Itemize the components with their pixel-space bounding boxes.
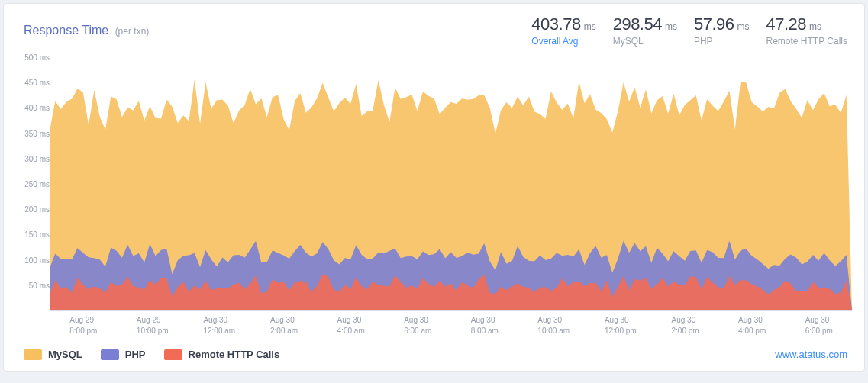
metric-value: 403.78 (531, 14, 580, 34)
y-tick: 150 ms (24, 230, 50, 239)
metric: 403.78msOverall Avg (531, 14, 595, 47)
stacked-area-svg (50, 57, 852, 310)
panel-header: Response Time (per txn) 403.78msOverall … (4, 4, 864, 51)
legend: MySQLPHPRemote HTTP Calls (24, 349, 279, 360)
x-tick: Aug 302:00 pm (672, 315, 699, 336)
metric-unit: ms (737, 21, 750, 32)
y-tick: 250 ms (24, 180, 50, 188)
metric-unit: ms (665, 21, 677, 32)
y-tick: 400 ms (24, 104, 50, 112)
metric-label: Overall Avg (531, 36, 595, 47)
chart-area: 500 ms450 ms400 ms350 ms300 ms250 ms200 … (4, 51, 864, 341)
x-tick: Aug 306:00 pm (805, 315, 833, 336)
x-tick: Aug 298:00 pm (69, 315, 97, 336)
y-tick: 50 ms (29, 281, 50, 289)
metric-value: 47.28 (766, 14, 807, 34)
metric: 298.54msMySQL (613, 14, 677, 47)
x-tick: Aug 2910:00 pm (137, 315, 169, 336)
metric-unit: ms (809, 21, 821, 32)
brand-link[interactable]: www.atatus.com (775, 349, 847, 360)
metric-value: 298.54 (613, 14, 662, 34)
panel-title: Response Time (24, 24, 108, 37)
x-axis: Aug 298:00 pmAug 2910:00 pmAug 3012:00 a… (50, 312, 852, 341)
panel-title-group: Response Time (per txn) (24, 24, 149, 37)
legend-swatch (24, 349, 42, 360)
panel-subtitle: (per txn) (115, 26, 150, 37)
x-tick: Aug 3012:00 pm (605, 315, 637, 336)
legend-swatch (101, 349, 119, 360)
metric-value: 57.96 (694, 14, 734, 34)
y-tick: 350 ms (24, 129, 50, 137)
x-tick: Aug 304:00 pm (738, 315, 766, 336)
legend-label: PHP (125, 349, 146, 360)
legend-label: MySQL (48, 349, 82, 360)
metric-label: MySQL (613, 36, 677, 47)
x-tick: Aug 306:00 am (404, 315, 431, 336)
legend-swatch (164, 349, 182, 360)
x-tick: Aug 304:00 am (337, 315, 365, 336)
legend-label: Remote HTTP Calls (189, 349, 280, 360)
metric: 57.96msPHP (694, 14, 750, 47)
x-tick: Aug 308:00 am (471, 315, 499, 336)
y-axis: 500 ms450 ms400 ms350 ms300 ms250 ms200 … (16, 57, 50, 311)
y-tick: 200 ms (24, 205, 50, 214)
legend-item[interactable]: MySQL (24, 349, 82, 360)
response-time-panel: Response Time (per txn) 403.78msOverall … (3, 3, 865, 372)
plot-region (50, 57, 852, 311)
legend-item[interactable]: PHP (101, 349, 146, 360)
x-tick: Aug 302:00 am (270, 315, 298, 336)
y-tick: 500 ms (24, 53, 50, 62)
legend-item[interactable]: Remote HTTP Calls (164, 349, 280, 360)
metrics-row: 403.78msOverall Avg298.54msMySQL57.96msP… (531, 14, 847, 47)
y-tick: 100 ms (24, 256, 50, 264)
metric: 47.28msRemote HTTP Calls (766, 14, 847, 47)
metric-label: PHP (694, 36, 750, 47)
panel-footer: MySQLPHPRemote HTTP Calls www.atatus.com (4, 341, 864, 371)
x-tick: Aug 3010:00 am (537, 315, 570, 336)
x-tick: Aug 3012:00 am (203, 315, 235, 336)
y-tick: 300 ms (24, 154, 50, 163)
metric-unit: ms (584, 21, 596, 32)
metric-label: Remote HTTP Calls (766, 36, 847, 47)
y-tick: 450 ms (24, 79, 50, 87)
